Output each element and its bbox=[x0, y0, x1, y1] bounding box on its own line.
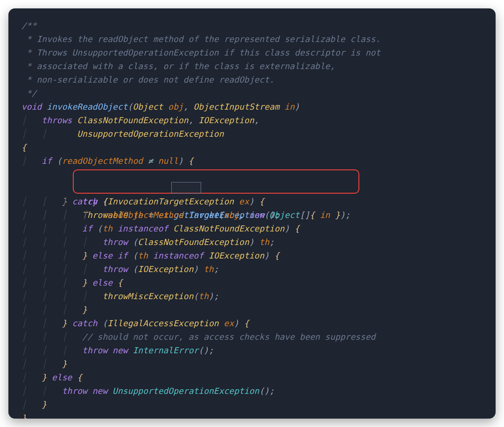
code-line: │ │ throw new UnsupportedOperationExcept… bbox=[21, 384, 483, 398]
indent-guide: │ bbox=[21, 115, 27, 125]
indent-guide: │ bbox=[21, 156, 27, 166]
code-line: } bbox=[21, 411, 483, 419]
code-line: │ if (readObjectMethod ≠ null) { bbox=[21, 154, 483, 168]
type: UnsupportedOperationException bbox=[77, 129, 224, 139]
code-line: │ │ try { bbox=[21, 168, 483, 181]
code-line: │ │ │ } bbox=[21, 303, 483, 316]
code-line: │ │ │ } else if (th instanceof IOExcepti… bbox=[21, 249, 483, 262]
code-line-highlighted: │ │ │ readObjectMethod.invoke(obj, new O… bbox=[21, 181, 483, 195]
open-brace: { bbox=[189, 156, 194, 166]
type: InvocationTargetException bbox=[107, 196, 234, 206]
indent-guide: │ bbox=[42, 210, 47, 220]
op-neq: ≠ bbox=[148, 156, 153, 166]
code-line: * Throws UnsupportedOperationException i… bbox=[21, 46, 483, 59]
comma: , bbox=[183, 102, 189, 112]
open-brace: { bbox=[21, 142, 27, 152]
semi: ; bbox=[345, 210, 350, 220]
code-snippet-panel: /** * Invokes the readObject method of t… bbox=[8, 8, 496, 419]
code-line: * non-serializable or does not define re… bbox=[21, 73, 483, 86]
code-line: │ │ } catch (IllegalAccessException ex) … bbox=[21, 316, 483, 330]
keyword-null: null bbox=[158, 156, 178, 166]
keyword-try: try bbox=[82, 196, 98, 206]
code-line: * Invokes the readObject method of the r… bbox=[21, 32, 483, 46]
dot: . bbox=[183, 210, 189, 220]
type: Object bbox=[269, 210, 300, 220]
space bbox=[189, 102, 194, 112]
code-line: │ │ │ if (th instanceof ClassNotFoundExc… bbox=[21, 222, 483, 235]
close-paren: ) bbox=[294, 102, 300, 112]
open-paren: ( bbox=[57, 156, 62, 166]
code-line: │ │ │ │ throw (ClassNotFoundException) t… bbox=[21, 235, 483, 249]
cursor-selection-box bbox=[171, 182, 201, 194]
keyword-instanceof: instanceof bbox=[118, 224, 168, 233]
param: in bbox=[285, 102, 295, 112]
indent-guide: │ bbox=[62, 210, 67, 220]
space bbox=[280, 102, 285, 112]
code-line: * associated with a class, or if the cla… bbox=[21, 59, 483, 73]
close-paren: ) bbox=[340, 210, 345, 220]
identifier: ex bbox=[239, 196, 249, 206]
code-line: */ bbox=[21, 86, 483, 100]
code-line: │ │ │ │ throwMiscException(th); bbox=[21, 289, 483, 303]
code-line: │ │ │ // should not occur, as access che… bbox=[21, 330, 483, 343]
type: Object bbox=[133, 102, 163, 112]
identifier: in bbox=[320, 210, 330, 220]
method-name: invokeReadObject bbox=[47, 102, 127, 112]
code-line: { bbox=[21, 140, 483, 154]
comma: , bbox=[189, 115, 194, 125]
indent-guide: │ bbox=[62, 196, 67, 206]
indent-guide: │ bbox=[21, 129, 27, 139]
close-brace: } bbox=[21, 413, 27, 419]
indent-guide: │ bbox=[82, 210, 87, 220]
code-line: /** bbox=[21, 19, 483, 32]
code-line: void invokeReadObject(Object obj, Object… bbox=[21, 100, 483, 113]
open-paren: ( bbox=[219, 210, 224, 220]
identifier: readObjectMethod bbox=[102, 210, 183, 220]
keyword-throws: throws bbox=[42, 115, 72, 125]
keyword-new: new bbox=[249, 210, 265, 220]
indent-guide: │ bbox=[42, 129, 47, 139]
code-line: │ │ │ } else { bbox=[21, 276, 483, 289]
identifier: obj bbox=[224, 210, 239, 220]
param: obj bbox=[168, 102, 183, 112]
keyword-throw: throw bbox=[102, 237, 127, 247]
comment-text: /** bbox=[21, 21, 37, 30]
close-sq: ] bbox=[305, 210, 310, 220]
keyword-if: if bbox=[42, 156, 52, 166]
code-line: │ │ │ │ throw (IOException) th; bbox=[21, 262, 483, 276]
comma: , bbox=[239, 210, 244, 220]
space bbox=[163, 102, 168, 112]
method-call: throwMiscException bbox=[102, 291, 193, 301]
type: ObjectInputStream bbox=[194, 102, 280, 112]
line-comment: // should not occur, as access checks ha… bbox=[82, 332, 376, 342]
code-line: │ │ UnsupportedOperationException bbox=[21, 127, 483, 140]
type: IOException bbox=[198, 115, 254, 125]
keyword-else-if: else if bbox=[92, 251, 128, 260]
close-brace: } bbox=[335, 210, 340, 220]
space bbox=[42, 102, 47, 112]
comment-text: * associated with a class, or if the cla… bbox=[21, 61, 335, 71]
type: ClassNotFoundException bbox=[77, 115, 188, 125]
code-line: │ } bbox=[21, 398, 483, 411]
keyword-void: void bbox=[21, 102, 42, 112]
type: UnsupportedOperationException bbox=[112, 386, 259, 396]
comment-text: * Invokes the readObject method of the r… bbox=[21, 34, 380, 44]
code-line: │ │ } bbox=[21, 357, 483, 371]
method-call: invoke bbox=[189, 210, 219, 220]
keyword-else: else bbox=[92, 278, 112, 287]
open-brace: { bbox=[310, 210, 315, 220]
keyword-if: if bbox=[82, 224, 92, 233]
indent-guide: │ bbox=[42, 196, 47, 206]
identifier: readObjectMethod bbox=[62, 156, 143, 166]
code-line: │ throws ClassNotFoundException, IOExcep… bbox=[21, 113, 483, 127]
open-brace: { bbox=[102, 196, 107, 206]
comment-text: * non-serializable or does not define re… bbox=[21, 75, 274, 84]
comment-text: * Throws UnsupportedOperationException i… bbox=[21, 48, 380, 57]
code-line: │ │ │ throw new InternalError(); bbox=[21, 343, 483, 357]
open-sq: [ bbox=[300, 210, 305, 220]
comment-text: */ bbox=[21, 88, 37, 98]
type: InternalError bbox=[133, 345, 198, 355]
code-line: │ } else { bbox=[21, 371, 483, 384]
close-paren: ) bbox=[178, 156, 183, 166]
open-paren: ( bbox=[128, 102, 133, 112]
